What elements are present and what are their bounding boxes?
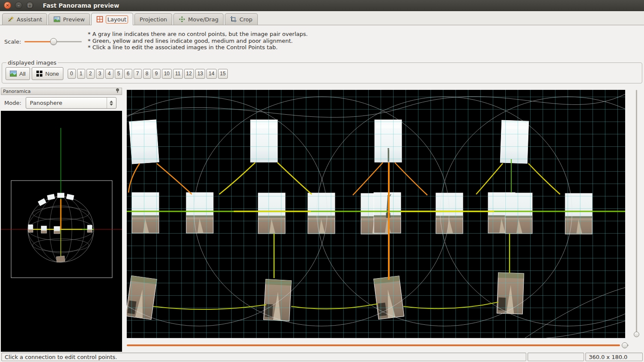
layout-icon — [96, 16, 103, 23]
pin-icon[interactable] — [115, 88, 120, 95]
all-button-label: All — [19, 71, 26, 77]
none-button[interactable]: None — [32, 67, 63, 80]
none-images-icon — [36, 70, 43, 77]
assistant-icon — [7, 16, 14, 23]
vertical-scrollbar[interactable] — [633, 90, 639, 338]
tab-label: Assistant — [17, 16, 42, 23]
minimize-button[interactable]: – — [15, 2, 22, 9]
image-toggle-12[interactable]: 12 — [184, 69, 194, 79]
tab-bar: Assistant Preview Layout Projection Move… — [0, 11, 644, 25]
image-toggle-6[interactable]: 6 — [124, 69, 132, 79]
tab-label: Move/Drag — [188, 16, 218, 23]
image-toggle-2[interactable]: 2 — [86, 69, 95, 79]
vertical-scrollbar-handle[interactable] — [634, 332, 639, 337]
vertical-scrollbar-track[interactable] — [636, 90, 637, 335]
tab-move-drag[interactable]: Move/Drag — [173, 13, 224, 25]
all-button[interactable]: All — [6, 67, 30, 80]
tab-label: Crop — [239, 16, 252, 23]
image-toggle-7[interactable]: 7 — [134, 69, 142, 79]
image-toggle-11[interactable]: 11 — [173, 69, 182, 79]
none-button-label: None — [45, 71, 59, 77]
displayed-images-label: displayed images — [6, 59, 58, 66]
help-line: * Green, yellow and red lines indicate g… — [88, 38, 308, 45]
displayed-images-group: displayed images All None 0 1 2 3 4 5 6 … — [2, 59, 642, 83]
tab-projection[interactable]: Projection — [134, 13, 172, 25]
image-toggle-13[interactable]: 13 — [195, 69, 205, 79]
titlebar: ✕ – □ Fast Panorama preview — [0, 0, 644, 11]
image-toggle-1[interactable]: 1 — [77, 69, 85, 79]
tab-assistant[interactable]: Assistant — [2, 13, 47, 25]
image-toggle-4[interactable]: 4 — [105, 69, 113, 79]
horizontal-scrollbar-handle[interactable] — [622, 342, 628, 348]
image-toggle-10[interactable]: 10 — [162, 69, 172, 79]
mode-label: Mode: — [4, 100, 21, 106]
panel-title: Panoramica — [3, 89, 30, 94]
tab-crop[interactable]: Crop — [225, 13, 257, 25]
all-images-icon — [10, 70, 17, 77]
help-line: * Click a line to edit the associated im… — [88, 44, 308, 51]
layout-canvas[interactable] — [127, 90, 625, 338]
image-toggle-list: 0 1 2 3 4 5 6 7 8 9 10 11 12 13 14 15 — [68, 69, 228, 79]
scale-slider-handle[interactable] — [50, 38, 57, 45]
status-bar: Click a connection to edit control point… — [0, 352, 644, 362]
window-title: Fast Panorama preview — [43, 2, 119, 9]
maximize-button[interactable]: □ — [26, 2, 33, 9]
canvas-grid — [127, 90, 625, 338]
scale-slider[interactable] — [24, 38, 83, 45]
help-line: * A gray line indicates there are no con… — [88, 31, 308, 38]
preview-icon — [54, 16, 60, 23]
tab-layout[interactable]: Layout — [91, 13, 133, 25]
tab-preview[interactable]: Preview — [48, 13, 90, 25]
panoramica-panel-header: Panoramica — [1, 88, 122, 95]
move-drag-icon — [179, 16, 185, 23]
combo-arrows-icon — [107, 98, 116, 108]
status-field-of-view: 360.0 x 180.0 — [585, 353, 643, 361]
crop-icon — [230, 16, 237, 23]
mode-select[interactable]: Panosphere — [26, 97, 116, 109]
mode-row: Mode: Panosphere — [1, 95, 122, 111]
panosphere-preview[interactable] — [1, 111, 122, 352]
image-toggle-5[interactable]: 5 — [115, 69, 123, 79]
status-message: Click a connection to edit control point… — [1, 353, 526, 361]
tab-label: Layout — [106, 15, 128, 24]
tab-label: Preview — [63, 16, 85, 23]
image-toggle-9[interactable]: 9 — [152, 69, 161, 79]
image-toggle-15[interactable]: 15 — [218, 69, 228, 79]
horizontal-scrollbar[interactable] — [127, 342, 631, 348]
tab-label: Projection — [140, 16, 167, 23]
scale-label: Scale: — [4, 39, 21, 45]
image-toggle-8[interactable]: 8 — [143, 69, 151, 79]
scale-help-text: * A gray line indicates there are no con… — [88, 31, 308, 51]
image-toggle-0[interactable]: 0 — [68, 69, 76, 79]
mode-value: Panosphere — [26, 100, 107, 106]
image-toggle-14[interactable]: 14 — [206, 69, 216, 79]
status-cell-empty — [528, 353, 584, 361]
horizontal-scrollbar-track[interactable] — [127, 344, 620, 346]
image-toggle-3[interactable]: 3 — [96, 69, 104, 79]
close-button[interactable]: ✕ — [4, 2, 11, 9]
